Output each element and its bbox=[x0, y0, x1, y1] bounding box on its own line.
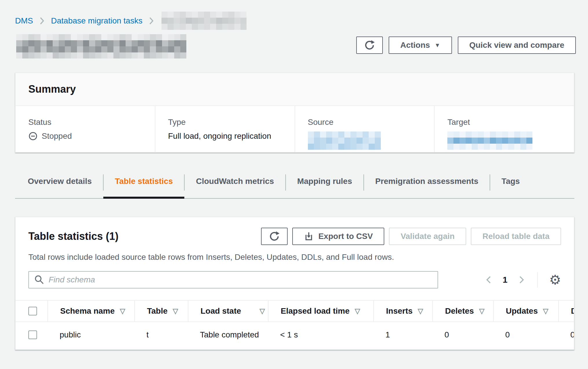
summary-source-field: Source bbox=[295, 106, 434, 152]
quick-view-compare-button[interactable]: Quick view and compare bbox=[458, 36, 576, 54]
column-header-table[interactable]: Table▽ bbox=[134, 301, 188, 321]
actions-button[interactable]: Actions ▼ bbox=[389, 36, 452, 54]
cell-elapsed-load-time: < 1 s bbox=[268, 322, 373, 348]
type-value: Full load, ongoing replication bbox=[168, 131, 286, 141]
sort-icon: ▽ bbox=[120, 307, 125, 315]
sort-icon: ▽ bbox=[355, 307, 360, 315]
sort-icon: ▽ bbox=[173, 307, 178, 315]
pagination-divider bbox=[537, 272, 538, 288]
page-title-redacted bbox=[16, 34, 186, 59]
refresh-icon bbox=[364, 40, 375, 51]
cell-schema-name: public bbox=[47, 322, 134, 348]
breadcrumb-link-tasks[interactable]: Database migration tasks bbox=[51, 16, 142, 25]
refresh-icon bbox=[269, 231, 280, 242]
tab-bar: Overview details Table statistics CloudW… bbox=[15, 174, 574, 199]
target-value-redacted[interactable] bbox=[447, 131, 565, 150]
refresh-table-button[interactable] bbox=[261, 228, 288, 245]
table-container: Schema name▽ Table▽ Load state▽ Elapsed … bbox=[16, 300, 574, 348]
search-icon bbox=[34, 275, 45, 285]
chevron-left-icon bbox=[485, 275, 493, 284]
cell-load-state: Table completed bbox=[188, 322, 268, 348]
chevron-right-icon bbox=[517, 275, 525, 284]
validate-again-button[interactable]: Validate again bbox=[389, 228, 466, 245]
cell-updates: 0 bbox=[493, 322, 558, 348]
table-statistics-header: Table statistics (1) Export to CSV Valid… bbox=[16, 217, 574, 245]
dms-task-page: DMS Database migration tasks Actions ▼ Q… bbox=[0, 0, 588, 369]
stopped-icon bbox=[28, 131, 38, 141]
summary-title: Summary bbox=[28, 83, 76, 95]
select-all-cell bbox=[16, 301, 47, 321]
target-label: Target bbox=[447, 118, 565, 127]
download-icon bbox=[304, 231, 314, 241]
cell-table: t bbox=[134, 322, 188, 348]
search-input[interactable] bbox=[49, 275, 432, 284]
schema-search-box bbox=[28, 271, 438, 288]
tab-tags[interactable]: Tags bbox=[490, 174, 531, 198]
reload-table-data-button[interactable]: Reload table data bbox=[471, 228, 561, 245]
current-page-number: 1 bbox=[503, 275, 508, 285]
summary-status-field: Status Stopped bbox=[16, 106, 155, 152]
summary-body: Status Stopped Type Full load, ongoing r… bbox=[16, 106, 574, 152]
sort-icon: ▽ bbox=[260, 307, 265, 315]
breadcrumb-redacted-task-name bbox=[161, 12, 247, 30]
row-checkbox[interactable] bbox=[28, 330, 37, 339]
status-value: Stopped bbox=[28, 131, 146, 141]
column-header-deletes[interactable]: Deletes▽ bbox=[432, 301, 493, 321]
column-header-ddls[interactable]: DDLs▽ bbox=[558, 301, 574, 321]
column-header-schema-name[interactable]: Schema name▽ bbox=[47, 301, 134, 321]
export-to-csv-label: Export to CSV bbox=[318, 232, 373, 241]
tab-premigration-assessments[interactable]: Premigration assessments bbox=[364, 174, 490, 198]
sort-icon: ▽ bbox=[418, 307, 423, 315]
next-page-button[interactable] bbox=[517, 275, 525, 284]
table-statistics-description: Total rows include loaded source table r… bbox=[16, 252, 574, 262]
table-statistics-panel: Table statistics (1) Export to CSV Valid… bbox=[15, 217, 574, 350]
breadcrumb-link-dms[interactable]: DMS bbox=[15, 16, 33, 25]
tab-cloudwatch-metrics[interactable]: CloudWatch metrics bbox=[184, 174, 286, 198]
actions-button-label: Actions bbox=[400, 41, 430, 50]
sort-icon: ▽ bbox=[479, 307, 484, 315]
table-statistics-toolbar: Export to CSV Validate again Reload tabl… bbox=[261, 228, 561, 245]
column-header-load-state[interactable]: Load state▽ bbox=[188, 301, 268, 321]
select-all-checkbox[interactable] bbox=[28, 307, 37, 315]
type-label: Type bbox=[168, 118, 286, 127]
chevron-right-icon bbox=[148, 17, 155, 25]
tab-table-statistics[interactable]: Table statistics bbox=[103, 174, 184, 198]
cell-ddls: 0 bbox=[558, 322, 574, 348]
table-header-row: Schema name▽ Table▽ Load state▽ Elapsed … bbox=[16, 300, 574, 322]
summary-panel: Summary Status Stopped Type Full load, o… bbox=[15, 72, 574, 153]
column-header-inserts[interactable]: Inserts▽ bbox=[373, 301, 432, 321]
export-to-csv-button[interactable]: Export to CSV bbox=[292, 228, 384, 245]
tab-overview-details[interactable]: Overview details bbox=[15, 174, 103, 198]
pagination: 1 ⚙ bbox=[485, 272, 561, 288]
table-filter-row: 1 ⚙ bbox=[16, 271, 574, 288]
tab-mapping-rules[interactable]: Mapping rules bbox=[286, 174, 364, 198]
row-select-cell bbox=[16, 322, 47, 348]
table-statistics-table: Schema name▽ Table▽ Load state▽ Elapsed … bbox=[16, 300, 574, 348]
source-value-redacted[interactable] bbox=[308, 131, 426, 150]
caret-down-icon: ▼ bbox=[435, 42, 440, 48]
table-settings-gear-icon[interactable]: ⚙ bbox=[549, 273, 561, 286]
cell-deletes: 0 bbox=[432, 322, 493, 348]
cell-inserts: 1 bbox=[373, 322, 432, 348]
source-label: Source bbox=[308, 118, 426, 127]
table-row: public t Table completed < 1 s 1 0 0 0 bbox=[16, 322, 574, 348]
column-header-elapsed-load-time[interactable]: Elapsed load time▽ bbox=[268, 301, 373, 321]
table-statistics-title: Table statistics (1) bbox=[28, 230, 118, 243]
refresh-button[interactable] bbox=[356, 36, 383, 54]
chevron-right-icon bbox=[39, 17, 45, 25]
sort-icon: ▽ bbox=[543, 307, 548, 315]
column-header-updates[interactable]: Updates▽ bbox=[493, 301, 558, 321]
task-actions-toolbar: Actions ▼ Quick view and compare bbox=[356, 36, 576, 54]
summary-target-field: Target bbox=[434, 106, 574, 152]
summary-panel-header: Summary bbox=[16, 73, 574, 106]
previous-page-button[interactable] bbox=[485, 275, 493, 284]
status-label: Status bbox=[28, 118, 146, 127]
summary-type-field: Type Full load, ongoing replication bbox=[155, 106, 295, 152]
breadcrumb: DMS Database migration tasks bbox=[15, 12, 247, 30]
